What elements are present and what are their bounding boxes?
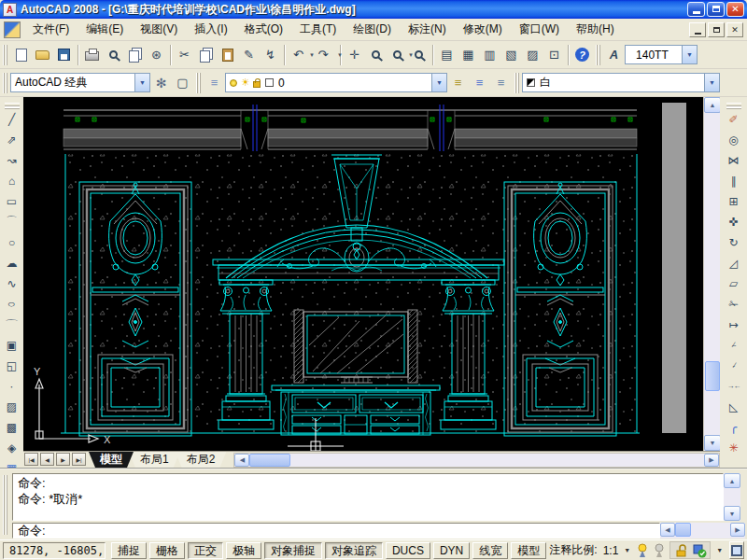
scroll-down-icon[interactable]: ▼	[704, 435, 721, 451]
close-button[interactable]: ✕	[726, 2, 744, 17]
break-button[interactable]: -∕	[724, 356, 743, 375]
menu-modify[interactable]: 修改(M)	[455, 19, 511, 40]
tab-model[interactable]: 模型	[89, 452, 134, 468]
titlebar[interactable]: A AutoCAD 2008 - [G:\重庆时代培训学校\CAD作业\徐昌明作…	[0, 0, 747, 19]
mirror-button[interactable]: ⋈	[724, 150, 743, 170]
model-space-toggle[interactable]: 模型	[511, 542, 546, 559]
annotation-scale-value[interactable]: 1:1	[603, 544, 619, 557]
copy-button[interactable]: ◎	[724, 130, 743, 149]
horizontal-scroll-thumb[interactable]	[675, 523, 691, 537]
scale-button[interactable]: ◿	[724, 253, 743, 273]
menu-view[interactable]: 视图(V)	[132, 19, 186, 40]
make-block-button[interactable]: ◱	[2, 356, 21, 375]
trim-button[interactable]: ✁	[724, 294, 743, 314]
stretch-button[interactable]: ▱	[724, 273, 743, 293]
array-button[interactable]: ⊞	[724, 191, 743, 211]
workspace-settings-button[interactable]: ✻	[150, 72, 172, 94]
toolbar-grip[interactable]	[5, 103, 20, 106]
child-minimize-button[interactable]	[689, 22, 706, 37]
ellipse-button[interactable]: ○	[0, 296, 24, 312]
dyn-toggle[interactable]: DYN	[433, 542, 470, 559]
layer-states-button[interactable]: ≡	[469, 72, 490, 94]
toolbar-lock-icon[interactable]	[673, 542, 689, 558]
layer-combo[interactable]: ☀ 0 ▼	[225, 73, 447, 92]
grid-toggle[interactable]: 栅格	[149, 542, 185, 559]
open-button[interactable]	[32, 44, 53, 66]
cornice[interactable]	[63, 105, 637, 151]
text-style-button[interactable]: A	[603, 44, 625, 66]
annotation-autoscale-icon[interactable]	[652, 542, 667, 558]
command-history[interactable]: 命令: 命令: *取消*	[12, 473, 724, 521]
toolbar-grip[interactable]	[3, 45, 7, 65]
text-style-combo[interactable]: 140TT ▼	[625, 45, 698, 64]
osnap-toggle[interactable]: 对象捕捉	[264, 542, 322, 559]
layer-freeze-sun-icon[interactable]: ☀	[241, 77, 250, 89]
layer-previous-button[interactable]: ≡	[447, 72, 469, 94]
point-button[interactable]: ∙	[2, 376, 21, 396]
publish-button[interactable]	[124, 44, 146, 66]
sheet-set-manager-button[interactable]: ▧	[500, 44, 522, 66]
polar-toggle[interactable]: 极轴	[226, 542, 261, 559]
toolbar-grip[interactable]	[196, 73, 201, 93]
snap-toggle[interactable]: 捕捉	[111, 542, 147, 559]
chevron-down-icon[interactable]: ▼	[682, 46, 697, 63]
explode-button[interactable]: ✳	[724, 438, 743, 457]
save-button[interactable]	[53, 44, 75, 66]
color-combo[interactable]: 白 ▼	[522, 73, 720, 92]
rotate-button[interactable]: ↻	[724, 232, 743, 252]
cut-button[interactable]: ✂	[174, 44, 195, 66]
vertical-scroll-thumb[interactable]	[705, 361, 720, 391]
clean-screen-button[interactable]	[729, 541, 744, 559]
layer-on-bulb-icon[interactable]	[230, 79, 237, 87]
revision-cloud-button[interactable]: ☁	[2, 253, 21, 273]
chevron-down-icon[interactable]: ▼	[704, 74, 719, 91]
otrack-toggle[interactable]: 对象追踪	[325, 542, 383, 559]
menu-file[interactable]: 文件(F)	[24, 19, 78, 40]
lineweight-toggle[interactable]: 线宽	[472, 542, 508, 559]
tab-first-button[interactable]: |◀	[24, 453, 38, 466]
zoom-realtime-button[interactable]	[365, 44, 387, 66]
child-close-button[interactable]: ✕	[726, 22, 743, 37]
toolbar-grip[interactable]	[3, 73, 7, 93]
restore-button[interactable]	[707, 2, 725, 17]
redo-button[interactable]: ↷▼	[309, 44, 337, 66]
erase-button[interactable]: ✐	[724, 109, 743, 129]
chevron-down-icon[interactable]: ▼	[134, 74, 149, 91]
command-input[interactable]: 命令:	[12, 523, 660, 539]
spline-button[interactable]: ∿	[2, 273, 21, 293]
minimize-button[interactable]	[687, 2, 705, 17]
tab-prev-button[interactable]: ◀	[40, 453, 54, 466]
ellipse-arc-button[interactable]: ⌒	[0, 315, 24, 333]
menu-dimension[interactable]: 标注(N)	[400, 19, 455, 40]
tab-next-button[interactable]: ▶	[56, 453, 70, 466]
menu-format[interactable]: 格式(O)	[236, 19, 291, 40]
3ddwf-button[interactable]: ⊛	[146, 44, 167, 66]
zoom-window-button[interactable]: ▼	[387, 44, 408, 66]
toolbar-grip[interactable]	[726, 103, 741, 106]
wall-right-section[interactable]	[662, 103, 686, 433]
drawing-canvas[interactable]: Y X	[23, 97, 703, 451]
tab-layout2[interactable]: 布局2	[176, 452, 227, 468]
match-properties-button[interactable]: ✎	[238, 44, 260, 66]
quickcalc-button[interactable]: ⊡	[543, 44, 565, 66]
paste-button[interactable]	[217, 44, 238, 66]
region-button[interactable]: ◈	[2, 438, 21, 457]
toolbar-grip[interactable]	[514, 73, 519, 93]
menu-edit[interactable]: 编辑(E)	[78, 19, 132, 40]
save-workspace-button[interactable]: ▢	[172, 72, 193, 94]
layer-properties-button[interactable]: ≡	[204, 72, 225, 94]
rectangle-button[interactable]: ▭	[2, 191, 21, 211]
annotation-scale-dropdown-icon[interactable]: ▼	[624, 547, 630, 553]
ducs-toggle[interactable]: DUCS	[386, 542, 430, 559]
scroll-left-icon[interactable]: ◀	[234, 454, 249, 467]
tab-last-button[interactable]: ▶|	[72, 453, 86, 466]
command-window-grip[interactable]	[3, 475, 7, 535]
command-horizontal-scrollbar[interactable]: ◀ ▶	[660, 523, 745, 539]
arc-button[interactable]: ⌒	[2, 212, 21, 231]
menu-draw[interactable]: 绘图(D)	[345, 19, 400, 40]
copy-clip-button[interactable]	[195, 44, 217, 66]
extend-button[interactable]: ↦	[724, 315, 743, 334]
polyline-button[interactable]: ↝	[2, 150, 21, 170]
scroll-up-icon[interactable]: ▲	[704, 97, 721, 113]
plot-preview-button[interactable]	[103, 44, 124, 66]
